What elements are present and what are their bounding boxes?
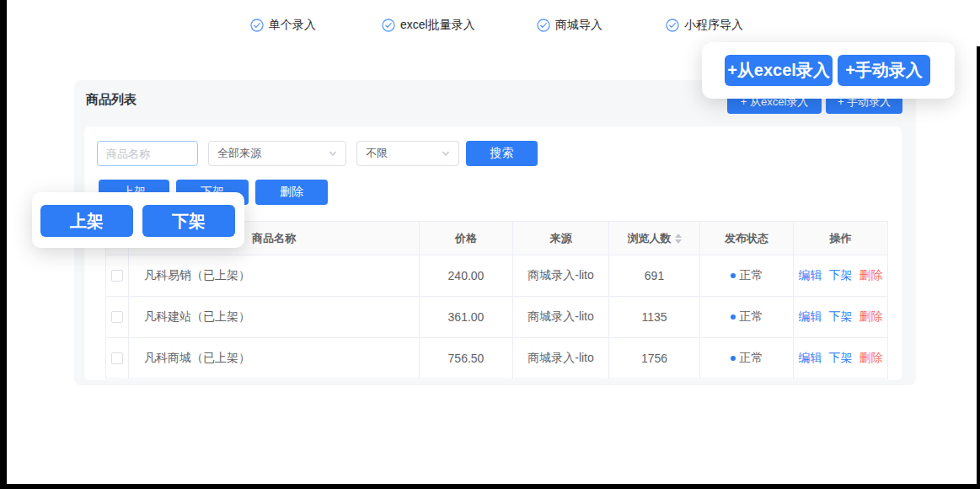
delete-link[interactable]: 删除: [860, 351, 883, 364]
check-circle-icon: [250, 19, 264, 32]
edit-link[interactable]: 编辑: [799, 351, 822, 364]
highlight-popup-shelf: 上架 下架: [32, 192, 244, 248]
cell-price: 756.50: [420, 338, 513, 379]
sort-caret-icon[interactable]: [675, 234, 682, 244]
col-header-price: 价格: [420, 222, 513, 255]
nav-item-label: excel批量录入: [400, 18, 475, 33]
panel-title: 商品列表: [86, 92, 137, 108]
delete-link[interactable]: 删除: [860, 309, 883, 323]
cell-source: 商城录入-lito: [513, 297, 609, 338]
edit-link[interactable]: 编辑: [799, 268, 822, 282]
edit-link[interactable]: 编辑: [799, 309, 822, 323]
nav-item-label: 单个录入: [269, 18, 316, 33]
row-checkbox[interactable]: [111, 311, 123, 323]
cell-views: 1135: [609, 297, 700, 338]
cell-views: 1756: [609, 338, 700, 379]
status-dot: [731, 273, 736, 278]
col-header-source: 来源: [513, 222, 609, 255]
popup-from-excel-entry-button[interactable]: +从excel录入: [725, 55, 833, 86]
cell-status: 正常: [700, 255, 794, 297]
popup-shelf-on-button[interactable]: 上架: [40, 205, 133, 237]
cell-product-name: 凡科易销（已上架）: [129, 255, 420, 297]
source-select-value: 全部来源: [217, 146, 261, 161]
cell-views: 691: [609, 255, 700, 297]
bulk-delete-button[interactable]: 删除: [255, 180, 328, 205]
col-header-ops: 操作: [794, 222, 888, 255]
cell-status: 正常: [700, 297, 794, 338]
check-circle-icon: [537, 19, 550, 32]
source-select[interactable]: 全部来源: [208, 141, 346, 166]
screen-edge-left: [0, 0, 7, 489]
shelf-off-link[interactable]: 下架: [829, 351, 853, 364]
nav-item-single-entry[interactable]: 单个录入: [250, 17, 316, 34]
search-button[interactable]: 搜索: [466, 141, 538, 166]
product-name-input[interactable]: [97, 141, 198, 166]
cell-price: 240.00: [420, 255, 513, 297]
check-circle-icon: [666, 19, 679, 32]
status-dot: [731, 356, 736, 361]
screen: 单个录入 excel批量录入 商城导入 小程序导入 商品列表 + 从excel录…: [0, 0, 980, 489]
cell-ops: 编辑下架删除: [794, 297, 888, 338]
table-row: 凡科建站（已上架） 361.00 商城录入-lito 1135 正常 编辑下架删…: [106, 297, 888, 338]
cell-status: 正常: [700, 338, 794, 379]
check-circle-icon: [382, 19, 395, 32]
col-header-status: 发布状态: [700, 222, 794, 255]
cell-product-name: 凡科建站（已上架）: [129, 297, 420, 338]
screen-edge-bottom: [0, 484, 980, 489]
cell-ops: 编辑下架删除: [794, 255, 888, 297]
cell-source: 商城录入-lito: [513, 338, 609, 379]
nav-item-label: 小程序导入: [684, 18, 743, 33]
shelf-off-link[interactable]: 下架: [829, 309, 853, 323]
nav-item-mall-import[interactable]: 商城导入: [537, 17, 602, 34]
popup-shelf-off-button[interactable]: 下架: [142, 205, 235, 237]
status-select-value: 不限: [366, 146, 388, 161]
highlight-popup-import: +从excel录入 +手动录入: [702, 42, 955, 99]
chevron-down-icon: [442, 149, 450, 158]
status-select[interactable]: 不限: [356, 141, 459, 166]
cell-price: 361.00: [420, 297, 513, 338]
col-header-views[interactable]: 浏览人数: [609, 222, 700, 255]
cell-source: 商城录入-lito: [513, 255, 609, 297]
screen-edge-right: [977, 46, 980, 489]
popup-manual-entry-button[interactable]: +手动录入: [838, 55, 930, 86]
delete-link[interactable]: 删除: [860, 268, 883, 282]
chevron-down-icon: [329, 149, 337, 158]
shelf-off-link[interactable]: 下架: [829, 268, 853, 282]
table-row: 凡科商城（已上架） 756.50 商城录入-lito 1756 正常 编辑下架删…: [106, 338, 888, 379]
row-checkbox[interactable]: [111, 352, 123, 364]
cell-product-name: 凡科商城（已上架）: [129, 338, 420, 379]
status-dot: [731, 314, 736, 320]
row-checkbox[interactable]: [111, 270, 123, 282]
cell-ops: 编辑下架删除: [794, 338, 888, 379]
panel-card: 全部来源 不限 搜索 上架 下架 删除 商: [84, 126, 902, 380]
nav-item-label: 商城导入: [555, 18, 602, 33]
table-row: 凡科易销（已上架） 240.00 商城录入-lito 691 正常 编辑下架删除: [106, 255, 888, 297]
nav-item-excel-batch-entry[interactable]: excel批量录入: [382, 17, 475, 34]
nav-item-miniprogram-import[interactable]: 小程序导入: [666, 17, 743, 34]
